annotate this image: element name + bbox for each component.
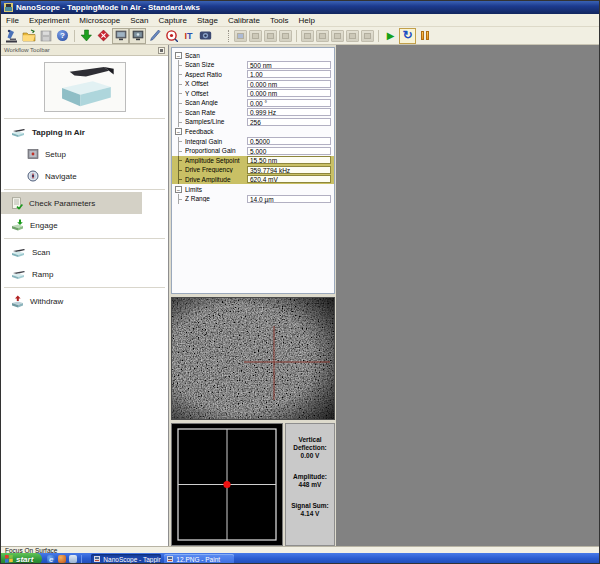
menu-bar: FileExperimentMicroscopeScanCaptureStage…	[1, 14, 599, 27]
workflow-mode[interactable]: Tapping in Air	[1, 121, 142, 143]
meter-value: 448 mV	[293, 481, 327, 489]
param-value-field[interactable]: 5.000	[247, 147, 331, 155]
menu-item[interactable]: Capture	[154, 14, 192, 27]
collapse-icon[interactable]: −	[175, 186, 182, 193]
stage-view-icon[interactable]	[112, 28, 129, 44]
toolbar-separator	[378, 30, 379, 42]
workflow-item-ramp[interactable]: Ramp	[1, 263, 142, 285]
start-label: start	[16, 555, 33, 564]
title-bar[interactable]: NanoScope - TappingMode in Air - Standar…	[1, 1, 599, 14]
refresh-icon[interactable]: ↻	[399, 28, 416, 44]
param-row: Samples/Line 256	[172, 117, 334, 127]
param-value-field[interactable]: 256	[247, 118, 331, 126]
collapse-icon[interactable]: −	[175, 52, 182, 59]
collapse-icon[interactable]: −	[175, 128, 182, 135]
task-app-icon	[94, 556, 100, 562]
menu-item[interactable]: Help	[294, 14, 320, 27]
pause-icon[interactable]	[416, 28, 433, 44]
setup-icon	[27, 148, 39, 160]
param-group-name: Scan	[185, 52, 200, 59]
param-label: Drive Frequency	[185, 166, 247, 173]
workspace-background	[336, 45, 599, 546]
param-label: Scan Rate	[185, 109, 247, 116]
toolbar-handle	[228, 30, 231, 42]
param-label: Y Offset	[185, 90, 247, 97]
param-value-field[interactable]: 1.00	[247, 70, 331, 78]
param-label: X Offset	[185, 80, 247, 87]
engage-arrow-icon[interactable]	[78, 28, 95, 44]
menu-item[interactable]: Scan	[125, 14, 153, 27]
param-value-field[interactable]: 0.000 nm	[247, 80, 331, 88]
vertical-deflection-meter: Vertical Deflection: 0.00 V	[286, 436, 334, 460]
menu-item[interactable]: File	[1, 14, 24, 27]
windows-taskbar: start e NanoScope - Tapping...	[1, 553, 599, 564]
param-value-field[interactable]: 15.50 nm	[247, 156, 331, 164]
app-icon	[4, 3, 13, 12]
param-value-field[interactable]: 0.00 °	[247, 99, 331, 107]
capture-file-icon	[361, 30, 374, 42]
probe-image	[44, 62, 126, 112]
param-row: Drive Amplitude 620.4 mV	[172, 175, 334, 185]
abort-diamond-icon[interactable]	[95, 28, 112, 44]
param-row: Integral Gain 0.5000	[172, 137, 334, 147]
param-value-field[interactable]: 0.5000	[247, 137, 331, 145]
meter-value: 0.00 V	[286, 452, 334, 460]
taskbar-button[interactable]: NanoScope - Tapping...	[91, 554, 161, 564]
param-value-field[interactable]: 0.999 Hz	[247, 108, 331, 116]
view-grid-icon	[249, 30, 262, 42]
param-row: Z Range 14.0 µm	[172, 194, 334, 204]
photodetector-display	[171, 423, 283, 546]
workflow-item-scan[interactable]: Scan	[1, 241, 142, 263]
camera-icon[interactable]	[197, 28, 214, 44]
param-value-field[interactable]: 0.000 nm	[247, 89, 331, 97]
param-value-field[interactable]: 620.4 mV	[247, 175, 331, 183]
workflow-item-navigate[interactable]: Navigate	[1, 165, 142, 187]
param-value-field[interactable]: 359.7794 kHz	[247, 166, 331, 174]
param-row: Drive Frequency 359.7794 kHz	[172, 165, 334, 175]
param-label: Z Range	[185, 195, 247, 202]
stage-move-icon[interactable]	[129, 28, 146, 44]
param-group-name: Limits	[185, 186, 202, 193]
play-icon[interactable]: ▶	[382, 28, 399, 44]
menu-item[interactable]: Stage	[192, 14, 223, 27]
menu-item[interactable]: Microscope	[74, 14, 125, 27]
view-detail-icon	[279, 30, 292, 42]
meter-label: Signal Sum:	[291, 502, 329, 510]
microscope-icon[interactable]	[3, 28, 20, 44]
workflow-caption-bar: Workflow Toolbar	[1, 45, 168, 55]
tune-pen-icon[interactable]	[146, 28, 163, 44]
help-icon[interactable]: ?	[54, 28, 71, 44]
menu-item[interactable]: Calibrate	[223, 14, 265, 27]
param-row: Aspect Ratio 1.00	[172, 70, 334, 80]
start-button[interactable]: start	[1, 553, 42, 564]
param-value-field[interactable]: 500 nm	[247, 61, 331, 69]
param-row: Proportional Gain 5.000	[172, 146, 334, 156]
param-row: Scan Angle 0.00 °	[172, 98, 334, 108]
workflow-panel-button[interactable]	[158, 47, 165, 54]
param-label: Integral Gain	[185, 138, 247, 145]
center-column: − Scan Scan Size 500 nm Aspect Ratio 1.0…	[169, 45, 336, 546]
ie-icon[interactable]: e	[47, 555, 55, 563]
menu-item[interactable]: Experiment	[24, 14, 74, 27]
param-label: Amplitude Setpoint	[185, 157, 247, 164]
annotate-text-icon[interactable]: IT	[180, 28, 197, 44]
param-value-field[interactable]: 14.0 µm	[247, 195, 331, 203]
meter-value: 4.14 V	[291, 510, 329, 518]
param-group-header-limits: − Limits	[172, 184, 334, 194]
workflow-item-withdraw[interactable]: Withdraw	[1, 290, 142, 312]
show-desktop-icon[interactable]	[69, 555, 77, 563]
workflow-item-setup[interactable]: Setup	[1, 143, 142, 165]
workflow-item-engage[interactable]: Engage	[1, 214, 142, 236]
workflow-item-check-parameters[interactable]: Check Parameters	[1, 192, 142, 214]
media-icon[interactable]	[58, 555, 66, 563]
open-file-icon[interactable]	[20, 28, 37, 44]
tapping-chip-icon	[11, 127, 26, 137]
parameter-panel: − Scan Scan Size 500 nm Aspect Ratio 1.0…	[171, 47, 335, 294]
signal-sum-meter: Signal Sum: 4.14 V	[291, 502, 329, 518]
locate-tip-target-icon[interactable]	[163, 28, 180, 44]
taskbar-button[interactable]: 12.PNG - Paint	[164, 554, 234, 564]
menu-item[interactable]: Tools	[265, 14, 294, 27]
nanoscope-window: NanoScope - TappingMode in Air - Standar…	[0, 0, 600, 564]
param-row: Scan Rate 0.999 Hz	[172, 108, 334, 118]
optical-camera-view[interactable]	[171, 297, 335, 420]
